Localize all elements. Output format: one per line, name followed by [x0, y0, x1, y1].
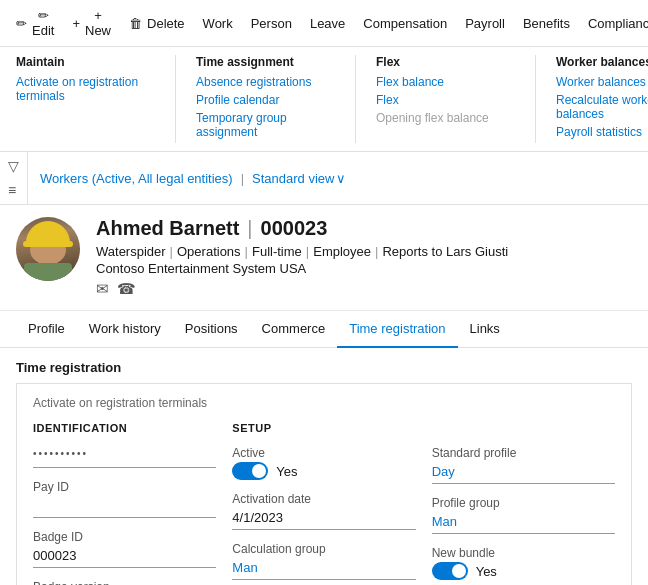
- activation-date-group: Activation date 4/1/2023: [232, 492, 415, 530]
- password-field[interactable]: ••••••••••: [33, 446, 216, 468]
- worker-name: Ahmed Barnett | 000023: [96, 217, 632, 240]
- plus-icon: +: [72, 16, 80, 31]
- tab-time-registration[interactable]: Time registration: [337, 311, 457, 348]
- filter-icon[interactable]: ▽: [8, 158, 19, 174]
- section-title: Time registration: [16, 360, 632, 375]
- worker-balances-header: Worker balances: [556, 55, 648, 69]
- flex-header: Flex: [376, 55, 515, 69]
- badge-version-label: Badge version: [33, 580, 216, 585]
- benefits-menu[interactable]: Benefits: [515, 12, 578, 35]
- subsection-label: Activate on registration terminals: [33, 396, 615, 410]
- edit-icon: ✏: [16, 16, 27, 31]
- avatar: [16, 217, 80, 281]
- absence-registrations-link[interactable]: Absence registrations: [196, 75, 335, 89]
- password-field-group: ••••••••••: [33, 446, 216, 468]
- tab-profile[interactable]: Profile: [16, 311, 77, 348]
- calculation-group-label: Calculation group: [232, 542, 415, 556]
- active-label: Active: [232, 446, 415, 460]
- new-bundle-toggle-row: Yes: [432, 562, 615, 580]
- tab-links[interactable]: Links: [458, 311, 512, 348]
- calculation-group-field[interactable]: Man: [232, 558, 415, 580]
- menu-icon[interactable]: ≡: [8, 182, 19, 198]
- view-bar: Workers (Active, All legal entities) | S…: [28, 163, 648, 194]
- worker-info: Ahmed Barnett | 000023 Waterspider | Ope…: [96, 217, 632, 298]
- workers-filter-label[interactable]: Workers (Active, All legal entities): [40, 171, 233, 186]
- menu-bar: ✏ ✏ Edit + + New 🗑 Delete Work Person Le…: [0, 0, 648, 47]
- profile-calendar-link[interactable]: Profile calendar: [196, 93, 335, 107]
- setup-header: SETUP: [232, 422, 415, 434]
- mega-group-maintain: Maintain Activate on registration termin…: [16, 55, 176, 143]
- tab-positions[interactable]: Positions: [173, 311, 250, 348]
- opening-flex-link: Opening flex balance: [376, 111, 515, 125]
- tabs: Profile Work history Positions Commerce …: [0, 311, 648, 348]
- new-bundle-group: New bundle Yes: [432, 546, 615, 580]
- three-col-layout: IDENTIFICATION •••••••••• Pay ID Badge I…: [33, 422, 615, 585]
- maintain-header: Maintain: [16, 55, 155, 69]
- flex-link[interactable]: Flex: [376, 93, 515, 107]
- new-bundle-knob: [452, 564, 466, 578]
- tab-commerce[interactable]: Commerce: [250, 311, 338, 348]
- flex-balance-link[interactable]: Flex balance: [376, 75, 515, 89]
- worker-meta: Waterspider | Operations | Full-time | E…: [96, 244, 632, 259]
- work-menu[interactable]: Work: [195, 12, 241, 35]
- mega-menu: Maintain Activate on registration termin…: [0, 47, 648, 152]
- new-bundle-label: New bundle: [432, 546, 615, 560]
- active-value: Yes: [276, 464, 297, 479]
- person-menu[interactable]: Person: [243, 12, 300, 35]
- pay-id-label: Pay ID: [33, 480, 216, 494]
- mega-group-time-assignment: Time assignment Absence registrations Pr…: [196, 55, 356, 143]
- activation-date-label: Activation date: [232, 492, 415, 506]
- chevron-down-icon: ∨: [336, 171, 346, 186]
- payroll-menu[interactable]: Payroll: [457, 12, 513, 35]
- profile-col-header: [432, 422, 615, 434]
- profile-group-group: Profile group Man: [432, 496, 615, 534]
- recalculate-link[interactable]: Recalculate worker balances: [556, 93, 648, 121]
- identification-col: IDENTIFICATION •••••••••• Pay ID Badge I…: [33, 422, 216, 585]
- active-toggle-row: Yes: [232, 462, 415, 480]
- active-toggle[interactable]: [232, 462, 268, 480]
- profile-group-field[interactable]: Man: [432, 512, 615, 534]
- setup-col: SETUP Active Yes Activation date 4/1/202…: [232, 422, 415, 585]
- new-button[interactable]: + + New: [64, 4, 119, 42]
- worker-header: Ahmed Barnett | 000023 Waterspider | Ope…: [0, 205, 648, 311]
- new-bundle-value: Yes: [476, 564, 497, 579]
- worker-balances-link[interactable]: Worker balances: [556, 75, 648, 89]
- toggle-knob: [252, 464, 266, 478]
- mega-group-worker-balances: Worker balances Worker balances Recalcul…: [556, 55, 648, 143]
- payroll-statistics-link[interactable]: Payroll statistics: [556, 125, 648, 139]
- time-registration-section: Time registration Activate on registrati…: [0, 348, 648, 585]
- worker-company: Contoso Entertainment System USA: [96, 261, 632, 276]
- email-icon[interactable]: ✉: [96, 280, 109, 298]
- time-reg-subsection: Activate on registration terminals IDENT…: [16, 383, 632, 585]
- delete-button[interactable]: 🗑 Delete: [121, 12, 193, 35]
- active-field-group: Active Yes: [232, 446, 415, 480]
- standard-profile-field[interactable]: Day: [432, 462, 615, 484]
- temporary-group-link[interactable]: Temporary group assignment: [196, 111, 335, 139]
- phone-icon[interactable]: ☎: [117, 280, 136, 298]
- worker-contact-icons: ✉ ☎: [96, 280, 632, 298]
- identification-header: IDENTIFICATION: [33, 422, 216, 434]
- activation-date-field[interactable]: 4/1/2023: [232, 508, 415, 530]
- edit-button[interactable]: ✏ ✏ Edit: [8, 4, 62, 42]
- pay-id-field[interactable]: [33, 496, 216, 518]
- delete-icon: 🗑: [129, 16, 142, 31]
- time-assignment-header: Time assignment: [196, 55, 335, 69]
- badge-version-field-group: Badge version: [33, 580, 216, 585]
- profile-group-label: Profile group: [432, 496, 615, 510]
- standard-view-dropdown[interactable]: Standard view ∨: [252, 171, 346, 186]
- pay-id-field-group: Pay ID: [33, 480, 216, 518]
- leave-menu[interactable]: Leave: [302, 12, 353, 35]
- new-bundle-toggle[interactable]: [432, 562, 468, 580]
- mega-group-flex: Flex Flex balance Flex Opening flex bala…: [376, 55, 536, 143]
- tab-work-history[interactable]: Work history: [77, 311, 173, 348]
- standard-profile-label: Standard profile: [432, 446, 615, 460]
- badge-id-label: Badge ID: [33, 530, 216, 544]
- compensation-menu[interactable]: Compensation: [355, 12, 455, 35]
- badge-id-field-group: Badge ID 000023: [33, 530, 216, 568]
- compliance-menu[interactable]: Compliance: [580, 12, 648, 35]
- badge-id-field[interactable]: 000023: [33, 546, 216, 568]
- activate-terminals-link[interactable]: Activate on registration terminals: [16, 75, 155, 103]
- standard-profile-group: Standard profile Day: [432, 446, 615, 484]
- calculation-group-group: Calculation group Man: [232, 542, 415, 580]
- profile-col: Standard profile Day Profile group Man N…: [432, 422, 615, 585]
